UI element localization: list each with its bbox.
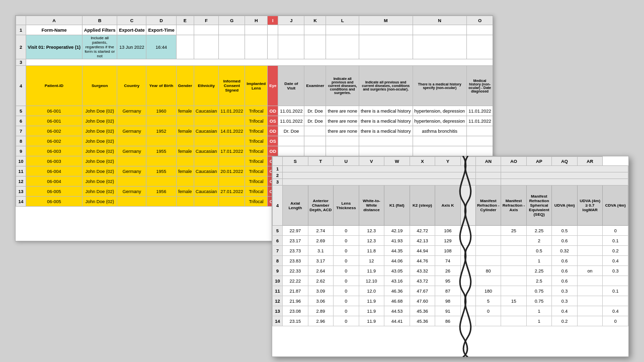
- header-implanted-lens: Implanted Lens: [245, 66, 268, 106]
- header-gender: Gender: [176, 66, 194, 106]
- cell-export-date-val: 13 Jun 2022: [117, 35, 146, 59]
- sheet2-table: S T U V W X Y AN AO AP AQ AR 1: [272, 156, 628, 326]
- table-row: 5 22.972.74012.342.1942.72106 252.250.50: [273, 226, 628, 236]
- s2-header-manifest-cylinder: Manifest Refraction - Cylinder: [475, 186, 501, 226]
- s2-header-cdva: CDVA (4m): [603, 186, 628, 226]
- table-row: 5 06-001John Doe (02)Germany1960 femaleC…: [16, 106, 494, 116]
- cell-filter-text: Include all patients, regardless if the …: [82, 35, 117, 59]
- cell-export-time: Export-Time: [146, 25, 176, 35]
- table-row: 7 06-002John Doe (02)Germany1952 femaleC…: [16, 126, 494, 136]
- header-diseases-non-ocular: Indicate all previous and current diseas…: [359, 66, 413, 106]
- s2-header-seq: Manifest Refraction Spherical Equivalent…: [526, 186, 552, 226]
- table-row: 6 06-001John Doe (02) Trifocal OS 11.01.…: [16, 116, 494, 126]
- table-row: 6 23.172.69012.341.9342.13129 20.60.1: [273, 236, 628, 246]
- s2-header-udva: UDVA (4m): [552, 186, 578, 226]
- table-row: 8 06-002John Doe (02) Trifocal OS: [16, 136, 494, 146]
- cell-form-name: Form-Name: [26, 25, 83, 35]
- header-eye: Eye: [268, 66, 278, 106]
- header-ethnicity: Ethnicity: [194, 66, 219, 106]
- table-row: 13 23.082.89011.944.5345.3691 010.40.4: [273, 306, 628, 316]
- table-row: 9 06-003John Doe (02)Germany1955 femaleC…: [16, 146, 494, 156]
- header-examiner: Examiner: [304, 66, 326, 106]
- s2-header-axis-k: Axis K: [435, 186, 461, 226]
- table-row: 8 23.833.1701244.0644.7674 10.60.4: [273, 256, 628, 266]
- s2-header-k1: K1 (flat): [384, 186, 410, 226]
- s2-header-manifest-axis: Manifest Refraction - Axis: [501, 186, 527, 226]
- s2-header-axial-length: Axial Length: [283, 186, 308, 226]
- table-row: 11 21.873.09012.046.3647.6787 1800.750.3…: [273, 286, 628, 296]
- header-date-visit: Date of Visit: [278, 66, 304, 106]
- header-informed-consent: Informed Consent Signed: [219, 66, 245, 106]
- cell-export-date: Export-Date: [117, 25, 146, 35]
- s2-header-udva-logmar: UDVA (4m) ≥ 0.7 logMAR: [577, 186, 603, 226]
- s2-header-k2: K2 (steep): [410, 186, 435, 226]
- cell-visit-name: Visit 01: Preoperative (1): [26, 35, 83, 59]
- header-medical-history-date: Medical history (non-ocular) - Date diag…: [467, 66, 493, 106]
- header-country: Country: [117, 66, 146, 106]
- spreadsheet-2[interactable]: S T U V W X Y AN AO AP AQ AR 1: [272, 156, 629, 357]
- header-surgeon: Surgeon: [82, 66, 117, 106]
- header-medical-history: There is a medical history specify (non-…: [413, 66, 467, 106]
- cell-export-time-val: 16:44: [146, 35, 176, 59]
- table-row: 10 22.222.62012.1043.1643.7295 2.50.6: [273, 276, 628, 286]
- cell-applied-filters: Applied Filters: [82, 25, 117, 35]
- header-year-of-birth: Year of Birth: [146, 66, 176, 106]
- table-row: 9 22.332.64011.943.0543.3226 802.250.6on…: [273, 266, 628, 276]
- table-row: 12 21.963.06011.946.6847.6098 5150.750.3: [273, 296, 628, 306]
- s2-header-acd: Anterior Chamber Depth, ACD: [308, 186, 334, 226]
- header-patient-id: Patient-ID: [26, 66, 83, 106]
- s2-header-lens-thickness: Lens Thickness: [334, 186, 359, 226]
- s2-header-wtw: White-to-White distance: [359, 186, 384, 226]
- table-row: 7 23.733.1011.844.3544.94108 0.50.320.2: [273, 246, 628, 256]
- table-row: 14 23.152.96011.944.4145.3686 10.20: [273, 316, 628, 326]
- header-diseases-current: Indicate all previous and current diseas…: [326, 66, 359, 106]
